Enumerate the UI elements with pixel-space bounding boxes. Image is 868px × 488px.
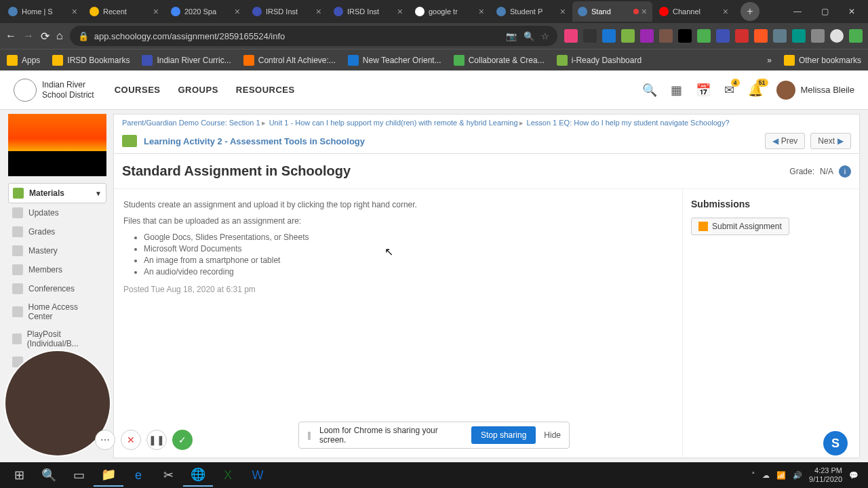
- bookmark-collab[interactable]: Collaborate & Crea...: [454, 55, 545, 66]
- forward-button[interactable]: →: [23, 30, 34, 42]
- loom-pause-button[interactable]: ❚❚: [146, 430, 167, 450]
- close-icon[interactable]: ×: [642, 6, 647, 17]
- back-button[interactable]: ←: [5, 30, 16, 42]
- bookmark-irsd[interactable]: IRSD Bookmarks: [52, 55, 130, 66]
- tray-notifications-icon[interactable]: 💬: [849, 471, 859, 480]
- ext-icon[interactable]: [564, 29, 578, 43]
- sidebar-item-conferences[interactable]: Conferences: [8, 279, 106, 298]
- ext-icon[interactable]: [659, 29, 673, 43]
- loom-more-button[interactable]: ⋯: [95, 430, 115, 450]
- star-icon[interactable]: ☆: [541, 31, 549, 41]
- ext-icon[interactable]: [811, 29, 825, 43]
- word-button[interactable]: W: [243, 464, 273, 487]
- bookmark-apps[interactable]: Apps: [7, 55, 40, 66]
- close-icon[interactable]: ×: [72, 6, 77, 17]
- ext-icon[interactable]: [735, 29, 749, 43]
- profile-icon[interactable]: [830, 29, 844, 43]
- bookmark-iready[interactable]: i-Ready Dashboard: [557, 55, 642, 66]
- bookmark-other-chevron[interactable]: »: [767, 56, 772, 65]
- bookmark-control[interactable]: Control Alt Achieve:...: [243, 55, 336, 66]
- sidebar-item-mastery[interactable]: Mastery: [8, 241, 106, 260]
- tab-irsd1[interactable]: IRSD Inst×: [247, 1, 327, 22]
- schoology-floating-button[interactable]: S: [823, 431, 848, 455]
- tab-channel[interactable]: Channel×: [654, 1, 734, 22]
- address-bar[interactable]: 🔒 app.schoology.com/assignment/285916552…: [70, 26, 557, 46]
- prev-button[interactable]: ◀Prev: [765, 133, 806, 149]
- nav-courses[interactable]: COURSES: [115, 85, 161, 95]
- hide-banner-button[interactable]: Hide: [544, 430, 561, 440]
- tab-home[interactable]: Home | S×: [3, 1, 83, 22]
- tab-standard[interactable]: Stand×: [572, 1, 652, 22]
- apps-icon[interactable]: ▦: [671, 83, 682, 98]
- chrome-button[interactable]: 🌐: [183, 464, 213, 487]
- ext-icon[interactable]: [754, 29, 768, 43]
- sidebar-item-members[interactable]: Members: [8, 260, 106, 279]
- ext-icon[interactable]: [792, 29, 806, 43]
- search-icon[interactable]: 🔍: [642, 83, 657, 98]
- close-icon[interactable]: ×: [723, 6, 728, 17]
- sidebar-item-updates[interactable]: Updates: [8, 203, 106, 222]
- start-button[interactable]: ⊞: [4, 464, 34, 487]
- ext-icon[interactable]: [716, 29, 730, 43]
- ext-icon[interactable]: [849, 29, 863, 43]
- sidebar-item-materials[interactable]: Materials▼: [8, 183, 106, 203]
- sidebar-item-grades[interactable]: Grades: [8, 222, 106, 241]
- bookmark-teacher[interactable]: New Teacher Orient...: [348, 55, 441, 66]
- tray-chevron-icon[interactable]: ˄: [751, 471, 755, 480]
- logo[interactable]: Indian RiverSchool District: [14, 79, 94, 102]
- minimize-button[interactable]: —: [784, 1, 811, 22]
- excel-button[interactable]: X: [213, 464, 243, 487]
- ext-icon[interactable]: [583, 29, 597, 43]
- zoom-icon[interactable]: 🔍: [524, 31, 534, 41]
- maximize-button[interactable]: ▢: [811, 1, 838, 22]
- snip-button[interactable]: ✂: [153, 464, 183, 487]
- close-icon[interactable]: ×: [235, 6, 240, 17]
- ext-icon[interactable]: [621, 29, 635, 43]
- breadcrumb-course[interactable]: Parent/Guardian Demo Course: Section 1: [122, 119, 260, 127]
- task-view-button[interactable]: ▭: [64, 464, 94, 487]
- tray-volume-icon[interactable]: 🔊: [793, 471, 802, 480]
- course-image[interactable]: [8, 114, 106, 176]
- close-icon[interactable]: ×: [479, 6, 484, 17]
- notifications-icon[interactable]: 🔔51: [748, 83, 763, 98]
- loom-cancel-button[interactable]: ✕: [121, 430, 141, 450]
- search-button[interactable]: 🔍: [34, 464, 64, 487]
- home-button[interactable]: ⌂: [56, 30, 63, 42]
- reload-button[interactable]: ⟳: [41, 30, 50, 43]
- ext-icon[interactable]: [602, 29, 616, 43]
- new-tab-button[interactable]: +: [741, 2, 760, 21]
- user-menu[interactable]: Melissa Bleile: [776, 81, 854, 100]
- loom-done-button[interactable]: ✓: [172, 430, 193, 450]
- tab-student[interactable]: Student P×: [491, 1, 571, 22]
- sidebar-item-hac[interactable]: Home Access Center: [8, 298, 106, 325]
- ext-icon[interactable]: [697, 29, 711, 43]
- tab-irsd2[interactable]: IRSD Inst×: [328, 1, 408, 22]
- camera-icon[interactable]: 📷: [506, 31, 517, 41]
- ext-icon[interactable]: [773, 29, 787, 43]
- tab-recent[interactable]: Recent×: [84, 1, 164, 22]
- file-explorer[interactable]: 📁: [94, 464, 123, 487]
- sidebar-item-playposit[interactable]: PlayPosit (Individual/B...: [8, 325, 106, 352]
- close-icon[interactable]: ×: [316, 6, 321, 17]
- close-icon[interactable]: ×: [560, 6, 566, 17]
- submit-assignment-button[interactable]: Submit Assignment: [691, 218, 789, 235]
- nav-groups[interactable]: GROUPS: [178, 85, 218, 95]
- close-icon[interactable]: ×: [397, 6, 403, 17]
- calendar-icon[interactable]: 📅: [696, 83, 711, 98]
- breadcrumb-unit[interactable]: Unit 1 - How can I help support my child…: [269, 119, 518, 127]
- ext-icon[interactable]: [640, 29, 654, 43]
- folder-title[interactable]: Learning Activity 2 - Assessment Tools i…: [144, 136, 365, 146]
- breadcrumb-lesson[interactable]: Lesson 1 EQ: How do I help my student na…: [527, 119, 730, 127]
- close-icon[interactable]: ×: [153, 6, 159, 17]
- ext-icon[interactable]: [678, 29, 692, 43]
- bookmark-other[interactable]: Other bookmarks: [784, 55, 861, 66]
- next-button[interactable]: Next▶: [810, 133, 851, 149]
- tray-onedrive-icon[interactable]: ☁: [762, 471, 770, 480]
- bookmark-curric[interactable]: Indian River Curric...: [142, 55, 231, 66]
- close-window-button[interactable]: ✕: [838, 1, 865, 22]
- clock[interactable]: 4:23 PM 9/11/2020: [809, 466, 842, 484]
- tab-2020spa[interactable]: 2020 Spa×: [165, 1, 245, 22]
- tray-wifi-icon[interactable]: 📶: [776, 471, 786, 480]
- stop-sharing-button[interactable]: Stop sharing: [471, 426, 536, 444]
- info-icon[interactable]: i: [839, 165, 851, 178]
